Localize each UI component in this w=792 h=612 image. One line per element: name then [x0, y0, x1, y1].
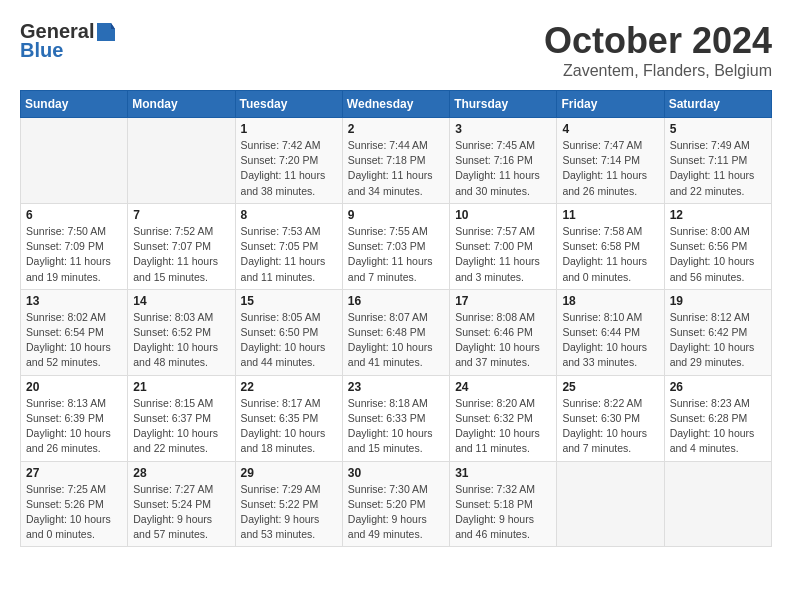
calendar-cell: 22Sunrise: 8:17 AM Sunset: 6:35 PM Dayli… [235, 375, 342, 461]
day-number: 26 [670, 380, 766, 394]
week-row: 13Sunrise: 8:02 AM Sunset: 6:54 PM Dayli… [21, 289, 772, 375]
calendar-cell: 12Sunrise: 8:00 AM Sunset: 6:56 PM Dayli… [664, 203, 771, 289]
day-detail: Sunrise: 7:47 AM Sunset: 7:14 PM Dayligh… [562, 138, 658, 199]
calendar-cell [664, 461, 771, 547]
header: General Blue October 2024 Zaventem, Flan… [20, 20, 772, 80]
day-detail: Sunrise: 8:08 AM Sunset: 6:46 PM Dayligh… [455, 310, 551, 371]
weekday-header: Sunday [21, 91, 128, 118]
day-detail: Sunrise: 8:03 AM Sunset: 6:52 PM Dayligh… [133, 310, 229, 371]
day-detail: Sunrise: 7:45 AM Sunset: 7:16 PM Dayligh… [455, 138, 551, 199]
day-detail: Sunrise: 8:17 AM Sunset: 6:35 PM Dayligh… [241, 396, 337, 457]
day-detail: Sunrise: 7:49 AM Sunset: 7:11 PM Dayligh… [670, 138, 766, 199]
calendar-cell: 10Sunrise: 7:57 AM Sunset: 7:00 PM Dayli… [450, 203, 557, 289]
calendar-cell: 9Sunrise: 7:55 AM Sunset: 7:03 PM Daylig… [342, 203, 449, 289]
calendar-cell: 13Sunrise: 8:02 AM Sunset: 6:54 PM Dayli… [21, 289, 128, 375]
calendar-cell [21, 118, 128, 204]
day-number: 4 [562, 122, 658, 136]
day-number: 24 [455, 380, 551, 394]
calendar-cell: 11Sunrise: 7:58 AM Sunset: 6:58 PM Dayli… [557, 203, 664, 289]
day-number: 21 [133, 380, 229, 394]
calendar-cell: 14Sunrise: 8:03 AM Sunset: 6:52 PM Dayli… [128, 289, 235, 375]
day-detail: Sunrise: 7:55 AM Sunset: 7:03 PM Dayligh… [348, 224, 444, 285]
week-row: 6Sunrise: 7:50 AM Sunset: 7:09 PM Daylig… [21, 203, 772, 289]
day-detail: Sunrise: 7:44 AM Sunset: 7:18 PM Dayligh… [348, 138, 444, 199]
day-detail: Sunrise: 7:57 AM Sunset: 7:00 PM Dayligh… [455, 224, 551, 285]
day-number: 29 [241, 466, 337, 480]
day-detail: Sunrise: 7:27 AM Sunset: 5:24 PM Dayligh… [133, 482, 229, 543]
calendar-cell: 8Sunrise: 7:53 AM Sunset: 7:05 PM Daylig… [235, 203, 342, 289]
logo: General Blue [20, 20, 117, 62]
day-number: 14 [133, 294, 229, 308]
calendar-cell: 15Sunrise: 8:05 AM Sunset: 6:50 PM Dayli… [235, 289, 342, 375]
day-detail: Sunrise: 7:50 AM Sunset: 7:09 PM Dayligh… [26, 224, 122, 285]
calendar-cell: 2Sunrise: 7:44 AM Sunset: 7:18 PM Daylig… [342, 118, 449, 204]
calendar-cell: 20Sunrise: 8:13 AM Sunset: 6:39 PM Dayli… [21, 375, 128, 461]
day-number: 18 [562, 294, 658, 308]
calendar-cell: 16Sunrise: 8:07 AM Sunset: 6:48 PM Dayli… [342, 289, 449, 375]
day-detail: Sunrise: 8:10 AM Sunset: 6:44 PM Dayligh… [562, 310, 658, 371]
day-number: 23 [348, 380, 444, 394]
weekday-header: Wednesday [342, 91, 449, 118]
calendar-cell: 24Sunrise: 8:20 AM Sunset: 6:32 PM Dayli… [450, 375, 557, 461]
title-area: October 2024 Zaventem, Flanders, Belgium [544, 20, 772, 80]
calendar-cell: 7Sunrise: 7:52 AM Sunset: 7:07 PM Daylig… [128, 203, 235, 289]
day-detail: Sunrise: 7:29 AM Sunset: 5:22 PM Dayligh… [241, 482, 337, 543]
weekday-header: Friday [557, 91, 664, 118]
day-number: 8 [241, 208, 337, 222]
day-number: 10 [455, 208, 551, 222]
day-detail: Sunrise: 7:30 AM Sunset: 5:20 PM Dayligh… [348, 482, 444, 543]
calendar-cell: 17Sunrise: 8:08 AM Sunset: 6:46 PM Dayli… [450, 289, 557, 375]
day-number: 30 [348, 466, 444, 480]
day-detail: Sunrise: 8:05 AM Sunset: 6:50 PM Dayligh… [241, 310, 337, 371]
day-detail: Sunrise: 8:13 AM Sunset: 6:39 PM Dayligh… [26, 396, 122, 457]
day-number: 20 [26, 380, 122, 394]
weekday-header: Monday [128, 91, 235, 118]
calendar-cell: 3Sunrise: 7:45 AM Sunset: 7:16 PM Daylig… [450, 118, 557, 204]
calendar-header: SundayMondayTuesdayWednesdayThursdayFrid… [21, 91, 772, 118]
day-detail: Sunrise: 8:00 AM Sunset: 6:56 PM Dayligh… [670, 224, 766, 285]
calendar-cell: 29Sunrise: 7:29 AM Sunset: 5:22 PM Dayli… [235, 461, 342, 547]
day-number: 31 [455, 466, 551, 480]
calendar-cell: 5Sunrise: 7:49 AM Sunset: 7:11 PM Daylig… [664, 118, 771, 204]
day-detail: Sunrise: 8:02 AM Sunset: 6:54 PM Dayligh… [26, 310, 122, 371]
day-number: 16 [348, 294, 444, 308]
calendar-cell: 18Sunrise: 8:10 AM Sunset: 6:44 PM Dayli… [557, 289, 664, 375]
calendar-cell: 1Sunrise: 7:42 AM Sunset: 7:20 PM Daylig… [235, 118, 342, 204]
calendar-cell [557, 461, 664, 547]
calendar-cell [128, 118, 235, 204]
logo-icon [95, 21, 117, 43]
calendar-cell: 19Sunrise: 8:12 AM Sunset: 6:42 PM Dayli… [664, 289, 771, 375]
day-detail: Sunrise: 7:53 AM Sunset: 7:05 PM Dayligh… [241, 224, 337, 285]
day-number: 11 [562, 208, 658, 222]
day-number: 2 [348, 122, 444, 136]
calendar-body: 1Sunrise: 7:42 AM Sunset: 7:20 PM Daylig… [21, 118, 772, 547]
day-detail: Sunrise: 7:58 AM Sunset: 6:58 PM Dayligh… [562, 224, 658, 285]
subtitle: Zaventem, Flanders, Belgium [544, 62, 772, 80]
day-detail: Sunrise: 8:23 AM Sunset: 6:28 PM Dayligh… [670, 396, 766, 457]
calendar-cell: 4Sunrise: 7:47 AM Sunset: 7:14 PM Daylig… [557, 118, 664, 204]
day-number: 1 [241, 122, 337, 136]
day-detail: Sunrise: 8:18 AM Sunset: 6:33 PM Dayligh… [348, 396, 444, 457]
weekday-header: Thursday [450, 91, 557, 118]
day-number: 13 [26, 294, 122, 308]
calendar-cell: 30Sunrise: 7:30 AM Sunset: 5:20 PM Dayli… [342, 461, 449, 547]
day-detail: Sunrise: 8:12 AM Sunset: 6:42 PM Dayligh… [670, 310, 766, 371]
week-row: 20Sunrise: 8:13 AM Sunset: 6:39 PM Dayli… [21, 375, 772, 461]
day-detail: Sunrise: 7:25 AM Sunset: 5:26 PM Dayligh… [26, 482, 122, 543]
svg-marker-1 [111, 23, 115, 29]
day-number: 15 [241, 294, 337, 308]
day-detail: Sunrise: 7:42 AM Sunset: 7:20 PM Dayligh… [241, 138, 337, 199]
main-title: October 2024 [544, 20, 772, 62]
weekday-header: Saturday [664, 91, 771, 118]
calendar-cell: 31Sunrise: 7:32 AM Sunset: 5:18 PM Dayli… [450, 461, 557, 547]
day-number: 17 [455, 294, 551, 308]
day-number: 12 [670, 208, 766, 222]
day-detail: Sunrise: 8:20 AM Sunset: 6:32 PM Dayligh… [455, 396, 551, 457]
day-detail: Sunrise: 8:15 AM Sunset: 6:37 PM Dayligh… [133, 396, 229, 457]
calendar-cell: 26Sunrise: 8:23 AM Sunset: 6:28 PM Dayli… [664, 375, 771, 461]
day-number: 6 [26, 208, 122, 222]
day-number: 7 [133, 208, 229, 222]
day-number: 3 [455, 122, 551, 136]
day-number: 9 [348, 208, 444, 222]
day-number: 28 [133, 466, 229, 480]
